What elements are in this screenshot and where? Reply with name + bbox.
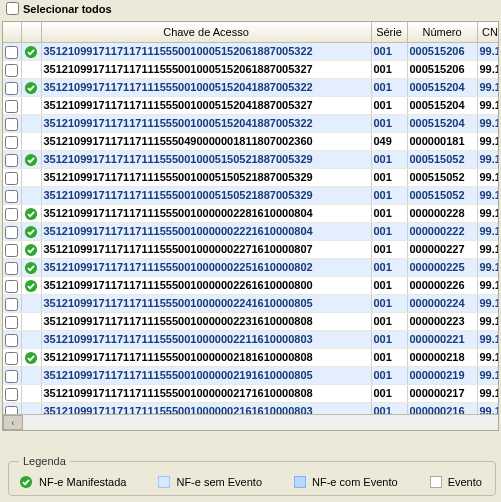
cell-serie: 001 [371, 241, 407, 259]
row-checkbox[interactable] [5, 46, 18, 59]
row-checkbox[interactable] [5, 190, 18, 203]
cell-chave: 3512109917117117111555001000515206188700… [41, 61, 371, 79]
table-row[interactable]: 3512109917117117111555001000515052188700… [3, 151, 499, 169]
cell-cnpj: 99.171 [477, 151, 499, 169]
table-row[interactable]: 3512109917117117111555001000000221161000… [3, 331, 499, 349]
grid: Chave de Acesso Série Número CNPJ/ 35121… [2, 21, 499, 431]
horizontal-scrollbar[interactable]: ‹ [3, 414, 498, 430]
legend-com-evento-label: NF-e com Evento [312, 476, 398, 488]
row-checkbox[interactable] [5, 154, 18, 167]
cell-chave: 3512109917117117111555001000515206188700… [41, 43, 371, 61]
col-cnpj-header[interactable]: CNPJ/ [477, 22, 499, 43]
cell-chave: 3512109917117117111555001000000224161000… [41, 295, 371, 313]
cell-chave: 3512109917117117111555049000000181180700… [41, 133, 371, 151]
table-row[interactable]: 3512109917117117111555001000000219161000… [3, 367, 499, 385]
cell-chave: 3512109917117117111555001000000228161000… [41, 205, 371, 223]
row-checkbox[interactable] [5, 172, 18, 185]
row-status [21, 187, 41, 205]
table-row[interactable]: 3512109917117117111555001000000222161000… [3, 223, 499, 241]
table-row[interactable]: 3512109917117117111555001000000228161000… [3, 205, 499, 223]
cell-serie: 001 [371, 349, 407, 367]
col-serie-header[interactable]: Série [371, 22, 407, 43]
cell-numero: 000515206 [407, 43, 477, 61]
check-circle-icon [19, 475, 33, 489]
row-checkbox[interactable] [5, 316, 18, 329]
table-row[interactable]: 3512109917117117111555001000000224161000… [3, 295, 499, 313]
row-checkbox[interactable] [5, 100, 18, 113]
legend-title: Legenda [19, 455, 70, 467]
table-row[interactable]: 3512109917117117111555001000515204188700… [3, 97, 499, 115]
table-row[interactable]: 3512109917117117111555001000515206188700… [3, 61, 499, 79]
legend-item-sem-evento: NF-e sem Evento [158, 476, 262, 488]
table-row[interactable]: 3512109917117117111555001000515052188700… [3, 169, 499, 187]
cell-serie: 001 [371, 205, 407, 223]
square-evento-icon [430, 476, 442, 488]
row-checkbox[interactable] [5, 370, 18, 383]
table-row[interactable]: 3512109917117117111555001000000217161000… [3, 385, 499, 403]
square-sem-evento-icon [158, 476, 170, 488]
cell-cnpj: 99.171 [477, 97, 499, 115]
row-checkbox[interactable] [5, 64, 18, 77]
cell-serie: 001 [371, 295, 407, 313]
table-row[interactable]: 3512109917117117111555001000515052188700… [3, 187, 499, 205]
col-status-header[interactable] [21, 22, 41, 43]
row-status [21, 169, 41, 187]
table-row[interactable]: 3512109917117117111555001000000225161000… [3, 259, 499, 277]
cell-numero: 000000218 [407, 349, 477, 367]
table-row[interactable]: 3512109917117117111555001000000227161000… [3, 241, 499, 259]
row-checkbox[interactable] [5, 244, 18, 257]
check-circle-icon [24, 243, 38, 257]
row-status [21, 115, 41, 133]
row-status [21, 43, 41, 61]
cell-cnpj: 99.171 [477, 187, 499, 205]
row-checkbox[interactable] [5, 298, 18, 311]
select-all-checkbox[interactable] [6, 2, 19, 15]
cell-cnpj: 99.171 [477, 385, 499, 403]
row-status [21, 61, 41, 79]
cell-numero: 000515204 [407, 79, 477, 97]
row-checkbox[interactable] [5, 118, 18, 131]
row-checkbox[interactable] [5, 82, 18, 95]
table-row[interactable]: 3512109917117117111555001000515204188700… [3, 79, 499, 97]
row-checkbox[interactable] [5, 208, 18, 221]
row-checkbox[interactable] [5, 334, 18, 347]
row-checkbox[interactable] [5, 352, 18, 365]
table-row[interactable]: 3512109917117117111555001000000226161000… [3, 277, 499, 295]
select-all-text: Selecionar todos [23, 3, 112, 15]
row-status [21, 367, 41, 385]
legend-evento-label: Evento [448, 476, 482, 488]
cell-chave: 3512109917117117111555001000515052188700… [41, 169, 371, 187]
cell-numero: 000000224 [407, 295, 477, 313]
cell-cnpj: 99.171 [477, 223, 499, 241]
check-circle-icon [24, 261, 38, 275]
cell-chave: 3512109917117117111555001000000222161000… [41, 223, 371, 241]
table-row[interactable]: 3512109917117117111555001000515204188700… [3, 115, 499, 133]
row-checkbox[interactable] [5, 226, 18, 239]
row-checkbox[interactable] [5, 280, 18, 293]
row-checkbox[interactable] [5, 388, 18, 401]
cell-cnpj: 99.171 [477, 349, 499, 367]
col-checkbox-header[interactable] [3, 22, 21, 43]
cell-numero: 000000223 [407, 313, 477, 331]
col-numero-header[interactable]: Número [407, 22, 477, 43]
table-row[interactable]: 3512109917117117111555049000000181180700… [3, 133, 499, 151]
row-checkbox[interactable] [5, 262, 18, 275]
cell-chave: 3512109917117117111555001000000227161000… [41, 241, 371, 259]
cell-numero: 000515204 [407, 115, 477, 133]
cell-cnpj: 99.171 [477, 259, 499, 277]
cell-numero: 000000219 [407, 367, 477, 385]
col-chave-header[interactable]: Chave de Acesso [41, 22, 371, 43]
scroll-left-button[interactable]: ‹ [3, 415, 23, 430]
cell-serie: 001 [371, 97, 407, 115]
cell-chave: 3512109917117117111555001000000225161000… [41, 259, 371, 277]
table-row[interactable]: 3512109917117117111555001000000218161000… [3, 349, 499, 367]
row-status [21, 97, 41, 115]
table-row[interactable]: 3512109917117117111555001000000223161000… [3, 313, 499, 331]
row-checkbox[interactable] [5, 136, 18, 149]
row-status [21, 133, 41, 151]
table-row[interactable]: 3512109917117117111555001000515206188700… [3, 43, 499, 61]
cell-chave: 3512109917117117111555001000000217161000… [41, 385, 371, 403]
cell-numero: 000515204 [407, 97, 477, 115]
row-status [21, 259, 41, 277]
cell-serie: 001 [371, 385, 407, 403]
